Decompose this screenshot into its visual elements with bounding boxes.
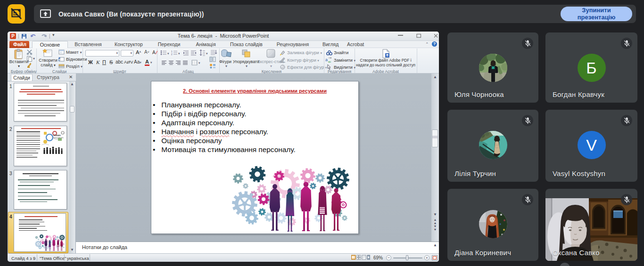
- svg-text:2: 2: [171, 53, 173, 56]
- svg-text:RESOURCES: RESOURCES: [53, 137, 64, 139]
- svg-text:HUMAN: HUMAN: [53, 134, 61, 137]
- svg-text:a: a: [325, 57, 328, 62]
- svg-text:ac: ac: [328, 60, 331, 63]
- svg-text:A: A: [152, 50, 156, 55]
- svg-text:1: 1: [171, 50, 173, 53]
